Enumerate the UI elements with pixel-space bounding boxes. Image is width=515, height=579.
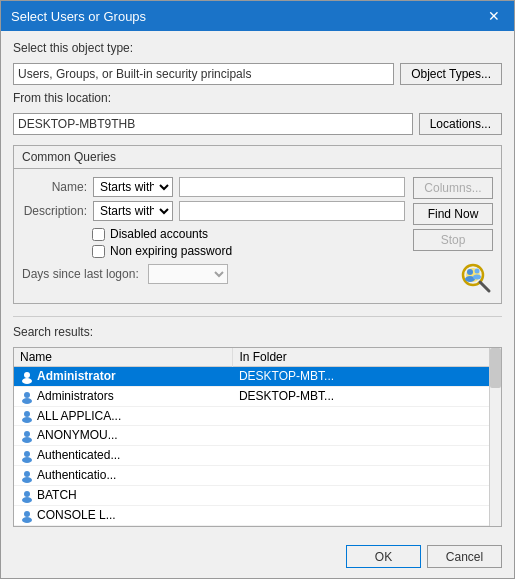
cell-name: ALL APPLICA... [14,406,233,426]
cell-folder: DESKTOP-MBT... [233,386,501,406]
cell-folder [233,525,501,527]
table-row[interactable]: CONSOLE L... [14,505,501,525]
disabled-accounts-checkbox[interactable] [92,228,105,241]
object-types-button[interactable]: Object Types... [400,63,502,85]
col-name[interactable]: Name [14,348,233,367]
cell-name: CREATOR G... [14,525,233,527]
cell-name-text: Administrator [37,369,116,383]
svg-point-21 [24,511,30,517]
cell-name: Authenticatio... [14,466,233,486]
location-label: From this location: [13,91,502,105]
location-row: Locations... [13,113,502,135]
stop-button[interactable]: Stop [413,229,493,251]
svg-point-14 [22,437,32,443]
svg-point-6 [473,275,481,280]
ok-button[interactable]: OK [346,545,421,568]
svg-point-19 [24,491,30,497]
cell-name-text: Authenticatio... [37,468,116,482]
days-label: Days since last logon: [22,267,142,281]
right-panel: Name: Starts with Description: Starts wi… [22,177,493,295]
svg-point-13 [24,431,30,437]
user-icon [20,369,34,383]
results-table-container[interactable]: Name In Folder AdministratorDESKTOP-MBT.… [13,347,502,527]
dialog-body: Select this object type: Object Types...… [1,31,514,537]
dialog-title: Select Users or Groups [11,9,146,24]
days-logon-select[interactable] [148,264,228,284]
table-row[interactable]: Authenticated... [14,446,501,466]
table-row[interactable]: ANONYMOU... [14,426,501,446]
table-row[interactable]: CREATOR G... [14,525,501,527]
cell-folder [233,426,501,446]
bottom-row: OK Cancel [1,537,514,578]
description-input[interactable] [179,201,405,221]
svg-point-17 [24,471,30,477]
cell-name-text: ALL APPLICA... [37,409,121,423]
common-queries-tab[interactable]: Common Queries [14,146,501,169]
col-folder[interactable]: In Folder [233,348,501,367]
user-icon [20,468,34,482]
icon-area [413,259,493,295]
table-row[interactable]: ALL APPLICA... [14,406,501,426]
svg-point-9 [24,392,30,398]
svg-point-20 [22,497,32,503]
cancel-button[interactable]: Cancel [427,545,502,568]
non-expiring-label: Non expiring password [110,244,232,258]
svg-point-22 [22,517,32,523]
cell-name: Administrators [14,386,233,406]
close-button[interactable]: ✕ [484,6,504,26]
results-tbody: AdministratorDESKTOP-MBT...Administrator… [14,367,501,528]
cell-name: Authenticated... [14,446,233,466]
common-queries-group: Common Queries Name: Starts with [13,145,502,304]
name-starts-select[interactable]: Starts with [93,177,173,197]
search-results-label: Search results: [13,325,502,339]
object-type-input[interactable] [13,63,394,85]
disabled-accounts-label: Disabled accounts [110,227,208,241]
table-row[interactable]: AdministratorsDESKTOP-MBT... [14,386,501,406]
results-table: Name In Folder AdministratorDESKTOP-MBT.… [14,348,501,527]
search-group-icon [457,259,493,295]
scrollbar[interactable] [489,348,501,526]
cell-name-text: CONSOLE L... [37,508,116,522]
name-input[interactable] [179,177,405,197]
svg-line-2 [480,282,489,291]
non-expiring-checkbox[interactable] [92,245,105,258]
cell-name-text: Authenticated... [37,448,120,462]
table-row[interactable]: BATCH [14,485,501,505]
locations-button[interactable]: Locations... [419,113,502,135]
svg-point-8 [22,378,32,384]
svg-point-7 [24,372,30,378]
svg-point-3 [467,269,473,275]
cell-folder [233,505,501,525]
object-type-row: Object Types... [13,63,502,85]
scrollbar-thumb[interactable] [490,348,501,388]
description-form-row: Description: Starts with [22,201,405,221]
columns-button[interactable]: Columns... [413,177,493,199]
location-input[interactable] [13,113,413,135]
user-icon [20,389,34,403]
cell-name: Administrator [14,367,233,387]
name-label: Name: [22,180,87,194]
user-icon [20,448,34,462]
find-now-button[interactable]: Find Now [413,203,493,225]
table-row[interactable]: Authenticatio... [14,466,501,486]
svg-point-15 [24,451,30,457]
description-starts-select[interactable]: Starts with [93,201,173,221]
cell-folder [233,466,501,486]
group-box-content: Name: Starts with Description: Starts wi… [14,169,501,303]
table-row[interactable]: AdministratorDESKTOP-MBT... [14,367,501,387]
left-queries: Name: Starts with Description: Starts wi… [22,177,405,295]
cell-name-text: Administrators [37,389,114,403]
cell-name-text: BATCH [37,488,77,502]
user-icon [20,508,34,522]
right-buttons: Columns... Find Now Stop [413,177,493,295]
disabled-accounts-row: Disabled accounts [92,227,405,241]
user-icon [20,428,34,442]
svg-point-5 [475,269,480,274]
svg-point-12 [22,417,32,423]
results-table-header: Name In Folder [14,348,501,367]
description-label: Description: [22,204,87,218]
divider [13,316,502,317]
cell-folder [233,485,501,505]
title-bar: Select Users or Groups ✕ [1,1,514,31]
name-form-row: Name: Starts with [22,177,405,197]
